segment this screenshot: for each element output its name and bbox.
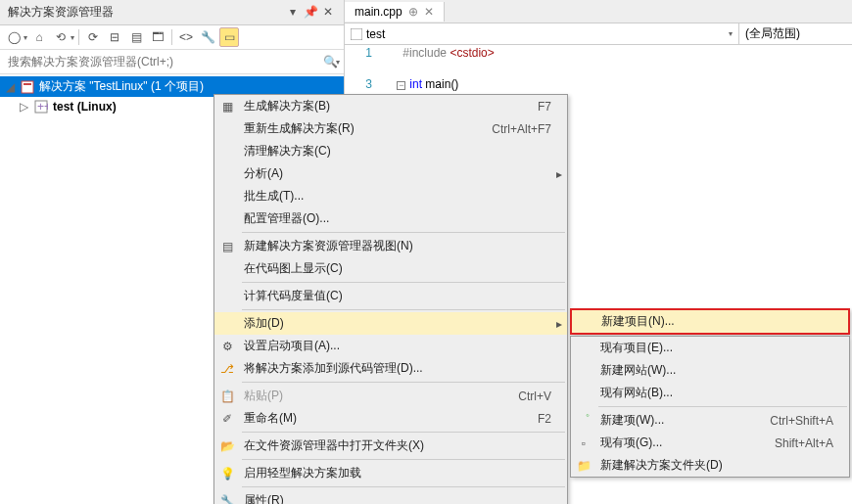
home-icon[interactable]: ⌂	[29, 27, 49, 47]
menu-clean[interactable]: 清理解决方案(C)	[214, 140, 567, 162]
expand-arrow-icon[interactable]: ◢	[4, 80, 16, 94]
menu-new-site[interactable]: 新建网站(W)...	[571, 359, 849, 382]
svg-rect-0	[22, 81, 33, 93]
member-dropdown[interactable]: (全局范围)	[739, 23, 852, 44]
menu-newview[interactable]: ▤新建解决方案资源管理器视图(N)	[214, 235, 567, 257]
line-number: 1	[345, 46, 380, 60]
rename-icon: ✐	[214, 412, 240, 426]
toolbar: ◯▾ ⌂ ⟲▾ ⟳ ⊟ ▤ 🗔 <> 🔧 ▭	[0, 25, 344, 50]
menu-openfolder[interactable]: 📂在文件资源管理器中打开文件夹(X)	[214, 435, 567, 457]
add-submenu: 现有项目(E)... 新建网站(W)... 现有网站(B)... ゜新建项(W)…	[570, 336, 850, 478]
solution-icon	[20, 79, 35, 95]
close-icon[interactable]: ✕	[320, 5, 336, 21]
chevron-down-icon[interactable]: ▾	[24, 33, 27, 42]
refresh-icon[interactable]: ⟳	[83, 27, 103, 47]
menu-addsrc[interactable]: ⎇将解决方案添加到源代码管理(D)...	[214, 357, 567, 380]
preview-icon[interactable]: ▭	[219, 27, 239, 47]
folder-icon: 📂	[214, 439, 240, 453]
panel-header: 解决方案资源管理器 ▾ 📌 ✕	[0, 0, 344, 25]
menu-new-folder[interactable]: 📁新建解决方案文件夹(D)	[571, 454, 849, 477]
paste-icon: 📋	[214, 389, 240, 403]
menu-rebuild[interactable]: 重新生成解决方案(R)Ctrl+Alt+F7	[214, 117, 567, 140]
back-icon[interactable]: ◯	[4, 27, 24, 47]
menu-build[interactable]: ▦生成解决方案(B)F7	[214, 95, 567, 117]
menu-codemap[interactable]: 在代码图上显示(C)	[214, 257, 567, 280]
submenu-arrow-icon: ▸	[551, 317, 567, 331]
code-text: <cstdio>	[450, 46, 494, 60]
menu-batch[interactable]: 批生成(T)...	[214, 185, 567, 207]
svg-rect-4	[351, 28, 362, 40]
sync-icon[interactable]: ⟲	[51, 27, 71, 47]
menu-metrics[interactable]: 计算代码度量值(C)	[214, 285, 567, 307]
nav-bar: test ▾ (全局范围)	[345, 23, 852, 45]
search-input[interactable]	[2, 52, 320, 71]
project-icon: ++	[33, 99, 49, 115]
menu-startup[interactable]: ⚙设置启动项目(A)...	[214, 335, 567, 357]
gear-icon: ⚙	[214, 340, 240, 353]
wrench-icon[interactable]: 🔧	[198, 27, 217, 47]
chevron-down-icon: ▾	[729, 29, 733, 38]
project-icon	[351, 28, 362, 40]
new-folder-icon: 📁	[571, 459, 596, 473]
scope-dropdown[interactable]: test ▾	[345, 23, 739, 44]
menu-rename[interactable]: ✐重命名(M)F2	[214, 407, 567, 430]
menu-add[interactable]: 添加(D)▸	[214, 312, 567, 335]
pin-icon[interactable]: ⊕	[408, 5, 418, 19]
code-icon[interactable]: <>	[176, 27, 196, 47]
code-text: main()	[422, 77, 458, 91]
project-label: test (Linux)	[53, 100, 117, 114]
svg-text:++: ++	[37, 100, 48, 114]
add-submenu-highlight: 新建项目(N)...	[570, 308, 850, 335]
solution-label: 解决方案 "TestLinux" (1 个项目)	[39, 78, 204, 95]
line-number: 3	[345, 77, 380, 91]
menu-props[interactable]: 🔧属性(R)	[214, 489, 567, 504]
collapse-icon[interactable]: ⊟	[105, 27, 124, 47]
fold-icon[interactable]: −	[397, 81, 405, 90]
search-box: 🔍▾	[0, 50, 344, 74]
panel-title: 解决方案资源管理器	[8, 4, 285, 21]
menu-new-project[interactable]: 新建项目(N)...	[572, 310, 848, 333]
light-icon: 💡	[214, 467, 240, 481]
view-icon: ▤	[214, 240, 240, 253]
wrench-icon: 🔧	[214, 494, 240, 505]
close-tab-icon[interactable]: ✕	[424, 5, 434, 19]
menu-exist-project[interactable]: 现有项目(E)...	[571, 337, 849, 359]
menu-exist-site[interactable]: 现有网站(B)...	[571, 382, 849, 404]
menu-analyze[interactable]: 分析(A)▸	[214, 162, 567, 185]
menu-lightload[interactable]: 💡启用轻型解决方案加载	[214, 462, 567, 484]
code-text: #include	[402, 46, 450, 60]
member-label: (全局范围)	[745, 25, 800, 42]
context-menu: ▦生成解决方案(B)F7 重新生成解决方案(R)Ctrl+Alt+F7 清理解决…	[213, 94, 568, 504]
menu-new-item[interactable]: ゜新建项(W)...Ctrl+Shift+A	[571, 409, 849, 432]
code-text: int	[409, 77, 422, 91]
exist-item-icon: ▫	[571, 436, 596, 450]
source-control-icon: ⎇	[214, 362, 240, 376]
expand-arrow-icon[interactable]: ▷	[18, 100, 29, 114]
menu-config[interactable]: 配置管理器(O)...	[214, 207, 567, 230]
line-number	[345, 62, 380, 75]
show-all-icon[interactable]: ▤	[126, 27, 146, 47]
pin-icon[interactable]: 📌	[303, 5, 318, 21]
menu-paste[interactable]: 📋粘贴(P)Ctrl+V	[214, 385, 567, 407]
build-icon: ▦	[214, 100, 240, 114]
properties-icon[interactable]: 🗔	[148, 27, 167, 47]
tab-label: main.cpp	[355, 5, 402, 19]
file-tab[interactable]: main.cpp ⊕ ✕	[345, 2, 445, 22]
menu-exist-item[interactable]: ▫现有项(G)...Shift+Alt+A	[571, 432, 849, 454]
scope-label: test	[366, 27, 385, 41]
svg-rect-1	[24, 83, 31, 85]
new-item-icon: ゜	[571, 412, 596, 429]
chevron-down-icon[interactable]: ▾	[71, 33, 74, 42]
search-icon[interactable]: 🔍▾	[320, 52, 342, 71]
dropdown-icon[interactable]: ▾	[285, 5, 301, 21]
tab-bar: main.cpp ⊕ ✕	[345, 0, 852, 23]
submenu-arrow-icon: ▸	[551, 167, 567, 181]
